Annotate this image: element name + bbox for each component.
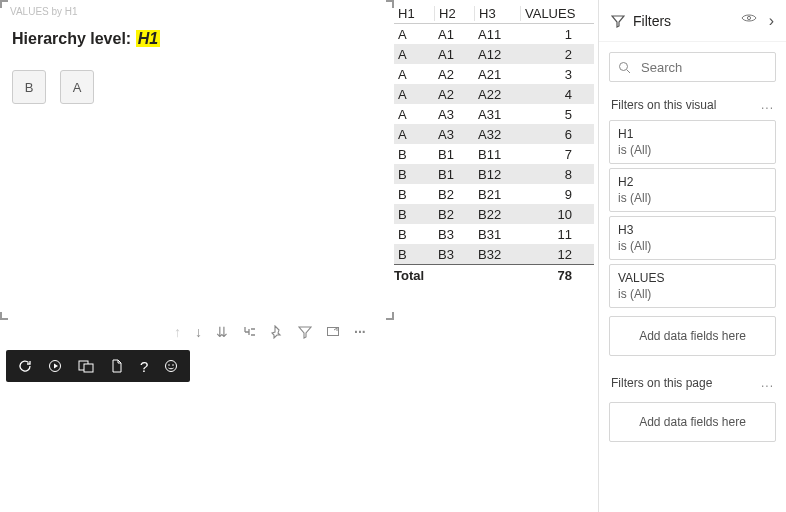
feedback-icon[interactable] <box>164 359 178 373</box>
table-row[interactable]: AA2A213 <box>394 64 594 84</box>
cell-h3: A31 <box>474 107 520 122</box>
filter-card-name: VALUES <box>618 271 767 285</box>
filter-card-name: H1 <box>618 127 767 141</box>
pin-icon[interactable] <box>270 325 284 339</box>
cell-h1: B <box>394 167 434 182</box>
hierarchy-button-b[interactable]: B <box>12 70 46 104</box>
collapse-panel-icon[interactable]: › <box>769 12 774 30</box>
svg-rect-3 <box>84 364 93 372</box>
resize-handle-bl[interactable] <box>0 312 8 320</box>
help-icon[interactable]: ? <box>140 358 148 375</box>
resize-handle-tl[interactable] <box>0 0 8 8</box>
cell-h3: A11 <box>474 27 520 42</box>
cell-h3: A32 <box>474 127 520 142</box>
cell-h1: B <box>394 207 434 222</box>
svg-point-5 <box>169 364 171 366</box>
resize-handle-tr[interactable] <box>386 0 394 8</box>
filters-visual-section-more[interactable]: ... <box>761 98 774 112</box>
cell-value: 4 <box>520 87 578 102</box>
more-options-icon[interactable]: ··· <box>354 324 366 340</box>
cell-h2: A2 <box>434 67 474 82</box>
cell-h1: A <box>394 67 434 82</box>
table-header-h3[interactable]: H3 <box>474 6 520 21</box>
log-icon[interactable] <box>78 359 94 373</box>
table-header-h1[interactable]: H1 <box>394 6 434 21</box>
table-row[interactable]: BB2B219 <box>394 184 594 204</box>
table-total-row: Total 78 <box>394 264 594 286</box>
filters-search[interactable] <box>609 52 776 82</box>
cell-h1: B <box>394 247 434 262</box>
table-header-row: H1 H2 H3 VALUES <box>394 4 594 24</box>
hierarchy-buttons: B A <box>12 70 94 104</box>
svg-point-8 <box>620 62 628 70</box>
filter-card-condition: is (All) <box>618 143 767 157</box>
table-row[interactable]: BB3B3111 <box>394 224 594 244</box>
cell-h1: A <box>394 107 434 122</box>
cell-h2: B1 <box>434 167 474 182</box>
table-row[interactable]: BB1B117 <box>394 144 594 164</box>
table-header-h2[interactable]: H2 <box>434 6 474 21</box>
filters-page-section-label: Filters on this page <box>611 376 712 390</box>
table-row[interactable]: AA3A315 <box>394 104 594 124</box>
table-row[interactable]: AA1A122 <box>394 44 594 64</box>
filter-card-name: H3 <box>618 223 767 237</box>
hierarchy-prefix: Hierarchy level: <box>12 30 136 47</box>
table-total-label: Total <box>394 268 434 283</box>
filters-panel: Filters › Filters on this visual ... H1i… <box>598 0 786 512</box>
expand-next-level-icon[interactable] <box>242 325 256 339</box>
cell-h3: B32 <box>474 247 520 262</box>
dev-toolbar: ? <box>6 350 190 382</box>
add-fields-page[interactable]: Add data fields here <box>609 402 776 442</box>
filter-card[interactable]: H3is (All) <box>609 216 776 260</box>
visibility-icon[interactable] <box>741 12 757 30</box>
expand-all-down-icon[interactable]: ⇊ <box>216 324 228 340</box>
drill-down-icon[interactable]: ↓ <box>195 324 202 340</box>
filter-card[interactable]: VALUESis (All) <box>609 264 776 308</box>
focus-mode-icon[interactable] <box>326 325 340 339</box>
play-icon[interactable] <box>48 359 62 373</box>
cell-h1: A <box>394 127 434 142</box>
cell-h2: B3 <box>434 247 474 262</box>
cell-value: 5 <box>520 107 578 122</box>
cell-value: 12 <box>520 247 578 262</box>
cell-h2: A2 <box>434 87 474 102</box>
svg-point-6 <box>173 364 175 366</box>
table-row[interactable]: BB2B2210 <box>394 204 594 224</box>
cell-h2: A1 <box>434 47 474 62</box>
filter-card-condition: is (All) <box>618 287 767 301</box>
cell-h3: A21 <box>474 67 520 82</box>
visual-tile[interactable]: VALUES by H1 Hierarchy level: H1 B A <box>4 4 390 316</box>
drill-up-icon[interactable]: ↑ <box>174 324 181 340</box>
cell-h1: B <box>394 227 434 242</box>
table-row[interactable]: AA3A326 <box>394 124 594 144</box>
filters-page-section-more[interactable]: ... <box>761 376 774 390</box>
table-total-value: 78 <box>520 268 578 283</box>
filter-card[interactable]: H1is (All) <box>609 120 776 164</box>
filters-visual-section-header: Filters on this visual ... <box>599 92 786 116</box>
data-table: H1 H2 H3 VALUES AA1A111AA1A122AA2A213AA2… <box>394 4 594 286</box>
filters-title: Filters <box>633 13 733 29</box>
table-row[interactable]: BB1B128 <box>394 164 594 184</box>
refresh-icon[interactable] <box>18 359 32 373</box>
table-header-values[interactable]: VALUES <box>520 6 578 21</box>
cell-h1: A <box>394 87 434 102</box>
add-fields-visual[interactable]: Add data fields here <box>609 316 776 356</box>
cell-h2: A3 <box>434 127 474 142</box>
cell-value: 8 <box>520 167 578 182</box>
table-row[interactable]: AA1A111 <box>394 24 594 44</box>
new-file-icon[interactable] <box>110 359 124 373</box>
cell-h3: B12 <box>474 167 520 182</box>
table-row[interactable]: BB3B3212 <box>394 244 594 264</box>
cell-value: 3 <box>520 67 578 82</box>
filters-search-input[interactable] <box>639 59 786 76</box>
resize-handle-br[interactable] <box>386 312 394 320</box>
filter-card[interactable]: H2is (All) <box>609 168 776 212</box>
cell-value: 2 <box>520 47 578 62</box>
filter-icon[interactable] <box>298 325 312 339</box>
table-row[interactable]: AA2A224 <box>394 84 594 104</box>
cell-h3: B21 <box>474 187 520 202</box>
cell-h3: B22 <box>474 207 520 222</box>
hierarchy-level-label: Hierarchy level: H1 <box>12 30 160 48</box>
hierarchy-button-a[interactable]: A <box>60 70 94 104</box>
cell-value: 9 <box>520 187 578 202</box>
